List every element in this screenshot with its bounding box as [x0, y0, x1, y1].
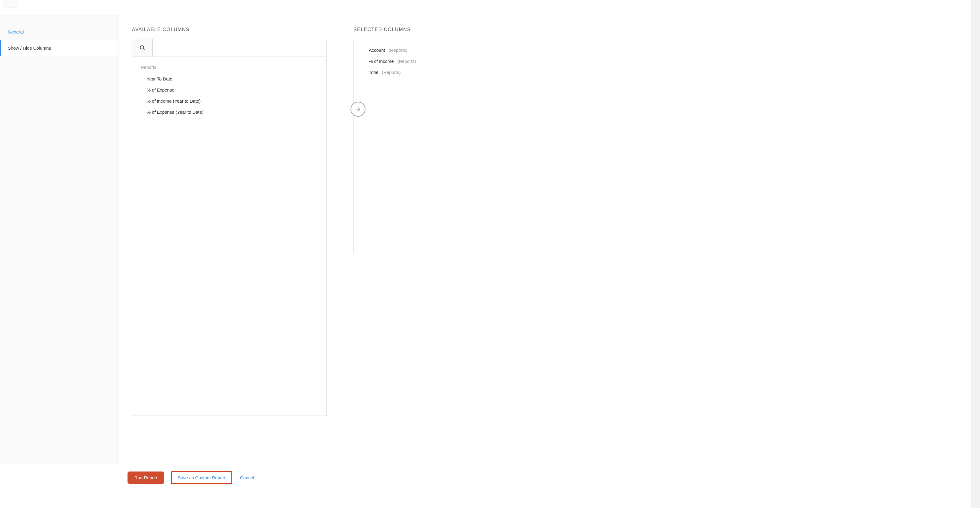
svg-line-1: [143, 49, 145, 50]
available-column-item[interactable]: % of Income (Year to Date): [132, 95, 326, 106]
selected-column-source: (Reports): [388, 48, 407, 52]
page-header: [0, 0, 980, 15]
scrollbar-track[interactable]: [971, 0, 980, 491]
selected-column-label: Total: [369, 70, 379, 75]
available-columns-title: AVAILABLE COLUMNS: [132, 27, 326, 32]
selected-column-source: (Reports): [382, 70, 401, 75]
available-column-item[interactable]: % of Expense: [132, 84, 326, 95]
header-icon-box: [3, 0, 18, 8]
sidebar-item-label: Show / Hide Columns: [8, 46, 51, 51]
selected-column-label: Account: [369, 48, 385, 52]
selected-column-item[interactable]: Total (Reports): [354, 67, 548, 78]
selected-column-label: % of Income: [369, 59, 394, 64]
selected-columns-list: Account (Reports) % of Income (Reports) …: [353, 39, 548, 254]
selected-columns-panel: SELECTED COLUMNS Account (Reports) % of …: [353, 27, 548, 452]
selected-column-item[interactable]: % of Income (Reports): [354, 56, 548, 67]
search-icon: [132, 39, 153, 57]
selected-column-item[interactable]: Account (Reports): [354, 44, 548, 56]
sidebar-item-show-hide-columns[interactable]: Show / Hide Columns: [0, 40, 119, 56]
save-custom-report-button[interactable]: Save as Custom Report: [171, 471, 232, 484]
action-bar: Run Report Save as Custom Report Cancel: [0, 464, 980, 491]
available-column-item[interactable]: % of Expense (Year to Date): [132, 106, 326, 117]
selected-columns-title: SELECTED COLUMNS: [353, 27, 548, 32]
search-input[interactable]: [153, 39, 326, 57]
column-group-label: Reports: [132, 63, 326, 73]
run-report-button[interactable]: Run Report: [127, 471, 164, 484]
sidebar-item-general[interactable]: General: [0, 24, 119, 40]
selected-column-source: (Reports): [398, 59, 416, 64]
content-area: AVAILABLE COLUMNS Reports Year To Date %…: [119, 15, 980, 464]
search-wrapper: [132, 39, 326, 57]
sidebar-item-label: General: [8, 29, 24, 34]
cancel-button[interactable]: Cancel: [239, 472, 255, 483]
svg-point-0: [140, 46, 144, 49]
move-right-button[interactable]: [350, 102, 366, 117]
available-columns-list: Reports Year To Date % of Expense % of I…: [132, 57, 326, 416]
available-columns-panel: AVAILABLE COLUMNS Reports Year To Date %…: [132, 27, 326, 452]
available-column-item[interactable]: Year To Date: [132, 73, 326, 84]
settings-sidebar: General Show / Hide Columns: [0, 15, 119, 464]
